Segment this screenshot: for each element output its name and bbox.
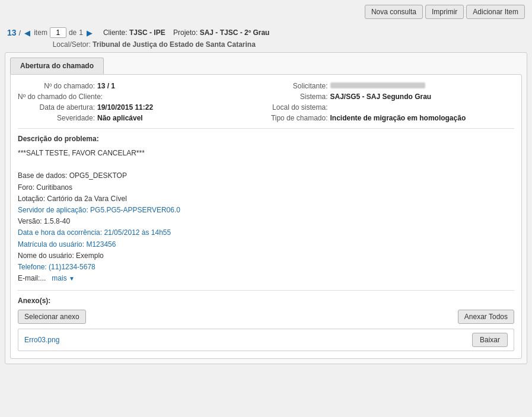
desc-line7: Versão: 1.5.8-40 xyxy=(18,216,514,227)
nav-sub-row: Local/Setor: Tribunal de Justiça do Esta… xyxy=(0,39,532,52)
local-sistema-row: Local do sistema: xyxy=(269,103,515,112)
attachments-header: Anexo(s): xyxy=(18,297,514,305)
content-area: Nº do chamado: 13 / 1 Nº do chamado do C… xyxy=(10,74,522,359)
data-abertura-label: Data de abertura: xyxy=(18,103,95,112)
file-name: Erro03.png xyxy=(24,336,59,344)
local-sistema-label: Local do sistema: xyxy=(269,103,328,112)
tab-header: Abertura do chamado xyxy=(5,53,527,74)
select-attachment-button[interactable]: Selecionar anexo xyxy=(18,310,86,324)
desc-line12: E-mail:... mais ▼ xyxy=(18,273,514,284)
file-row: Erro03.png Baixar xyxy=(18,329,514,351)
nav-separator: / xyxy=(19,28,21,37)
attachments-section: Anexo(s): Selecionar anexo Anexar Todos … xyxy=(18,297,514,351)
adicionar-item-button[interactable]: Adicionar Item xyxy=(466,5,525,19)
desc-line4: Foro: Curitibanos xyxy=(18,182,514,193)
more-arrow-icon: ▼ xyxy=(69,274,75,284)
num-chamado-value: 13 / 1 xyxy=(97,82,115,90)
desc-line10: Nome do usuário: Exemplo xyxy=(18,250,514,262)
navigation-row: 13 / ◀ item de 1 ▶ Cliente: TJSC - IPE P… xyxy=(0,24,532,39)
imprimir-button[interactable]: Imprimir xyxy=(425,5,464,19)
nav-next-button[interactable]: ▶ xyxy=(85,28,94,37)
local-value: Tribunal de Justiça do Estado de Santa C… xyxy=(93,40,256,49)
problem-description: ***SALT TESTE, FAVOR CANCELAR*** Base de… xyxy=(18,148,514,284)
cliente-label: Cliente: xyxy=(103,28,128,37)
severidade-value: Não aplicável xyxy=(97,114,143,122)
top-toolbar: Nova consulta Imprimir Adicionar Item xyxy=(0,0,532,24)
tipo-chamado-row: Tipo de chamado: Incidente de migração e… xyxy=(269,114,515,122)
record-number: 13 xyxy=(7,28,17,37)
tab-abertura[interactable]: Abertura do chamado xyxy=(10,58,104,74)
divider-2 xyxy=(18,290,514,291)
of-label: de xyxy=(69,28,77,37)
desc-line1: ***SALT TESTE, FAVOR CANCELAR*** xyxy=(18,148,514,159)
tipo-chamado-value: Incidente de migração em homologação xyxy=(330,114,466,122)
divider-1 xyxy=(18,128,514,129)
nav-prev-button[interactable]: ◀ xyxy=(23,28,31,37)
local-label: Local/Setor: xyxy=(53,40,91,49)
data-abertura-row: Data de abertura: 19/10/2015 11:22 xyxy=(18,103,264,112)
descricao-label: Descrição do problema: xyxy=(18,135,514,143)
desc-line9: Matrícula do usuário: M123456 xyxy=(18,239,514,250)
solicitante-label: Solicitante: xyxy=(269,82,328,90)
solicitante-row: Solicitante: xyxy=(269,82,515,90)
email-prefix: E-mail:... xyxy=(18,274,46,282)
desc-line11: Telefone: (11)1234-5678 xyxy=(18,262,514,273)
total-pages: 1 xyxy=(79,28,83,37)
num-chamado-row: Nº do chamado: 13 / 1 xyxy=(18,82,264,90)
solicitante-value xyxy=(330,82,425,88)
desc-line6: Servidor de aplicação: PG5.PG5-APPSERVER… xyxy=(18,205,514,216)
cliente-value: TJSC - IPE xyxy=(129,28,165,37)
num-chamado-label: Nº do chamado: xyxy=(18,82,95,90)
item-label: item xyxy=(34,28,47,37)
nova-consulta-button[interactable]: Nova consulta xyxy=(365,5,423,19)
tipo-chamado-label: Tipo de chamado: xyxy=(269,114,328,122)
projeto-value: SAJ - TJSC - 2º Grau xyxy=(200,28,270,37)
page-input[interactable] xyxy=(50,27,66,38)
more-link[interactable]: mais xyxy=(52,274,66,282)
desc-line3: Base de dados: OPG5_DESKTOP xyxy=(18,170,514,182)
projeto-label: Projeto: xyxy=(173,28,197,37)
left-column: Nº do chamado: 13 / 1 Nº do chamado do C… xyxy=(18,82,264,122)
attachments-actions: Selecionar anexo Anexar Todos xyxy=(18,310,514,324)
right-column: Solicitante: Sistema: SAJ/SG5 - SAJ Segu… xyxy=(269,82,515,122)
fields-grid: Nº do chamado: 13 / 1 Nº do chamado do C… xyxy=(18,82,514,122)
data-abertura-value: 19/10/2015 11:22 xyxy=(97,103,153,112)
desc-line5: Lotação: Cartório da 2a Vara Cível xyxy=(18,193,514,205)
sistema-label: Sistema: xyxy=(269,93,328,101)
attach-all-button[interactable]: Anexar Todos xyxy=(458,310,514,324)
severidade-label: Severidade: xyxy=(18,114,95,122)
desc-line8: Data e hora da ocorrência: 21/05/2012 às… xyxy=(18,227,514,238)
download-button[interactable]: Baixar xyxy=(472,333,508,347)
num-cliente-label: Nº do chamado do Cliente: xyxy=(18,93,103,101)
sistema-value: SAJ/SG5 - SAJ Segundo Grau xyxy=(330,93,432,101)
nav-info: Cliente: TJSC - IPE Projeto: SAJ - TJSC … xyxy=(103,28,270,37)
main-container: Abertura do chamado Nº do chamado: 13 / … xyxy=(5,52,527,364)
num-cliente-row: Nº do chamado do Cliente: xyxy=(18,93,264,101)
severidade-row: Severidade: Não aplicável xyxy=(18,114,264,122)
sistema-row: Sistema: SAJ/SG5 - SAJ Segundo Grau xyxy=(269,93,515,101)
